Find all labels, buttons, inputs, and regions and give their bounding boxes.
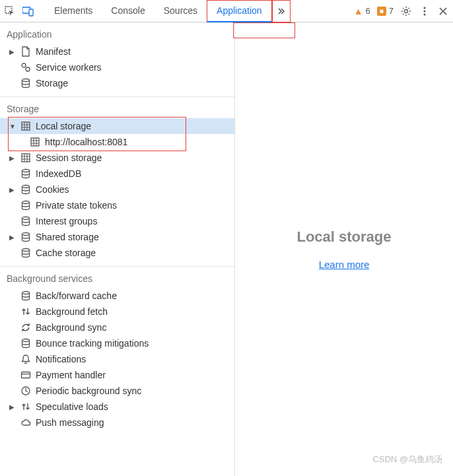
tree-item-manifest[interactable]: ▶Manifest [0,44,234,59]
tree-item-label: Bounce tracking mitigations [36,338,149,349]
tree-item-label: http://localhost:8081 [45,137,127,147]
main-title: Local storage [296,228,391,246]
tree-item-label: Private state tokens [36,200,117,211]
db-icon [20,215,32,227]
tree-item-notifications[interactable]: Notifications [0,351,234,367]
sync-icon [20,322,32,333]
tree-item-storage[interactable]: Storage [0,75,234,91]
tree-item-cache-storage[interactable]: Cache storage [0,245,234,261]
svg-point-5 [424,10,426,12]
tree-item-payment-handler[interactable]: Payment handler [0,367,234,383]
tree-item-label: Shared storage [36,232,99,242]
settings-icon[interactable] [400,5,412,17]
issues-badge[interactable]: ■ 7 [377,6,394,16]
tree-item-label: Manifest [36,46,71,57]
db-icon [20,199,32,211]
db-icon [20,247,32,259]
tree-item-background-fetch[interactable]: Background fetch [0,304,234,320]
grid-icon [20,152,32,164]
tab-application[interactable]: Application [207,0,272,22]
sidebar: Application▶ManifestService workersStora… [0,22,235,476]
bell-icon [20,353,32,365]
content: Application▶ManifestService workersStora… [0,22,453,476]
tab-console[interactable]: Console [102,0,154,22]
tree-item-label: Local storage [36,121,91,131]
section-title: Background services [0,267,234,288]
tab-sources[interactable]: Sources [155,0,207,22]
section-title: Storage [0,97,234,118]
svg-point-6 [424,13,426,15]
tree-item-local-storage[interactable]: ▼Local storage [0,118,234,134]
tree-item-speculative-loads[interactable]: ▶Speculative loads [0,399,234,415]
updown-icon [20,401,32,413]
tree-item-label: Session storage [36,153,102,163]
tree-item-cookies[interactable]: ▶Cookies [0,182,234,197]
svg-point-3 [405,9,408,13]
db-icon [20,184,32,195]
clock-icon [20,385,32,397]
device-toggle-icon[interactable] [22,5,34,17]
tree-item-label: Background sync [36,322,106,333]
tree-item-bounce-tracking-mitigations[interactable]: Bounce tracking mitigations [0,335,234,351]
highlight-box [233,22,295,38]
tree-item-shared-storage[interactable]: ▶Shared storage [0,229,234,245]
tree-item-interest-groups[interactable]: Interest groups [0,213,234,229]
tree-item-back-forward-cache[interactable]: Back/forward cache [0,288,234,304]
db-icon [20,337,32,349]
tree-item-label: Push messaging [36,417,104,428]
grid-icon [20,120,32,132]
tree-item-label: Storage [36,78,68,88]
gears-icon [20,61,32,73]
svg-rect-2 [29,9,33,16]
watermark: CSDN @乌鱼鸡汤 [372,454,442,465]
tree-item-private-state-tokens[interactable]: Private state tokens [0,197,234,213]
tree-item-label: Notifications [36,354,86,364]
tab-overflow-button[interactable] [272,0,291,22]
svg-point-4 [424,7,426,9]
chevron-right-icon: ▶ [9,48,16,55]
more-icon[interactable] [419,5,431,17]
chevron-right-icon: ▶ [9,186,16,193]
chevron-right-icon: ▶ [9,234,16,241]
updown-icon [20,306,32,318]
chevron-right-icon: ▶ [9,154,16,162]
tree-item-indexeddb[interactable]: IndexedDB [0,166,234,182]
section-title: Application [0,22,234,44]
learn-more-link[interactable]: Learn more [319,259,370,270]
devtools-toolbar: Elements Console Sources Application ▲ 6… [0,0,453,22]
db-icon [20,77,32,89]
close-icon[interactable] [437,5,449,17]
tree-item-label: IndexedDB [36,168,81,179]
tree-item-label: Interest groups [36,216,97,226]
tree-item-label: Service workers [36,62,102,73]
tab-elements[interactable]: Elements [45,0,102,22]
tree-item-label: Periodic background sync [36,386,141,396]
issue-icon: ■ [377,7,386,16]
tree-item-label: Payment handler [36,370,106,380]
tree-item-periodic-background-sync[interactable]: Periodic background sync [0,383,234,399]
toolbar-left [4,5,34,17]
panel-tabs: Elements Console Sources Application [45,0,291,22]
tree-item-service-workers[interactable]: Service workers [0,59,234,75]
chevron-right-icon: ▶ [9,403,16,411]
main-panel: Local storage Learn more CSDN @乌鱼鸡汤 [235,22,453,476]
tree-item-push-messaging[interactable]: Push messaging [0,415,234,430]
db-icon [20,231,32,243]
tree-item-session-storage[interactable]: ▶Session storage [0,150,234,166]
grid-icon [29,136,41,148]
tree-item-background-sync[interactable]: Background sync [0,320,234,335]
inspect-icon[interactable] [4,5,16,17]
db-icon [20,290,32,302]
tree-item-label: Back/forward cache [36,290,117,301]
tree-item-child[interactable]: http://localhost:8081 [0,134,234,150]
card-icon [20,369,32,381]
db-icon [20,168,32,180]
toolbar-right: ▲ 6 ■ 7 [354,5,449,17]
warning-icon: ▲ [354,6,363,17]
tree-item-label: Cache storage [36,248,96,258]
cloud-icon [20,417,32,428]
tree-item-label: Background fetch [36,306,108,317]
tree-item-label: Speculative loads [36,401,108,412]
tree-item-label: Cookies [36,184,69,195]
warnings-badge[interactable]: ▲ 6 [354,6,370,17]
